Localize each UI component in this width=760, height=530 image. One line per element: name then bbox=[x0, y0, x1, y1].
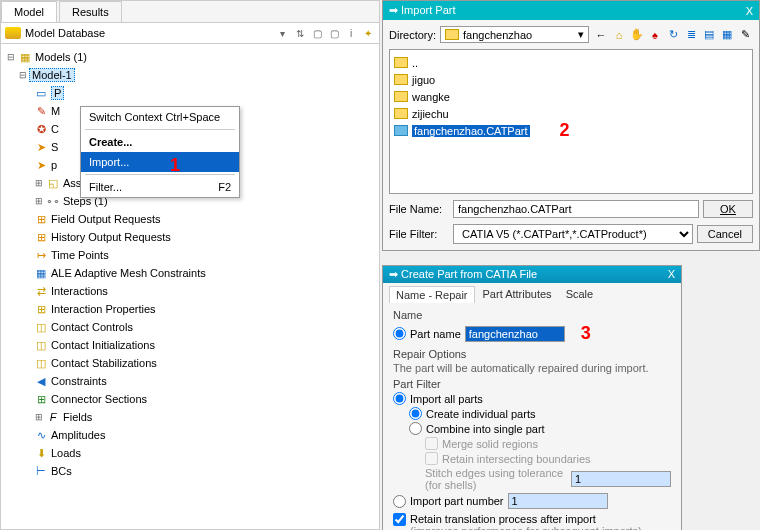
database-bar: Model Database ▾ ⇅ ▢ ▢ i ✦ bbox=[1, 23, 379, 44]
folder-icon bbox=[394, 91, 408, 102]
close-icon[interactable]: X bbox=[668, 268, 675, 281]
tree-interactions[interactable]: ⇄Interactions bbox=[5, 282, 375, 300]
database-select[interactable]: Model Database bbox=[25, 27, 275, 39]
stitch-tolerance-input[interactable] bbox=[571, 471, 671, 487]
tree-fields[interactable]: ⊞FFields bbox=[5, 408, 375, 426]
tree-models[interactable]: ⊟▦Models (1) bbox=[5, 48, 375, 66]
file-up[interactable]: .. bbox=[394, 54, 748, 71]
ok-button[interactable]: OK bbox=[703, 200, 753, 218]
details-icon[interactable]: ▤ bbox=[701, 27, 717, 43]
ctx-filter[interactable]: Filter...F2 bbox=[81, 177, 239, 197]
import-part-dialog: ➡ Import Part X Directory: fangchenzhao … bbox=[382, 0, 760, 251]
create-individual-radio[interactable] bbox=[409, 407, 422, 420]
tree-parts[interactable]: ▭P bbox=[5, 84, 375, 102]
ctx-create[interactable]: Create... bbox=[81, 132, 239, 152]
file-folder[interactable]: jiguo bbox=[394, 71, 748, 88]
import-dialog-title: ➡ Import Part X bbox=[383, 1, 759, 20]
part-name-input[interactable] bbox=[465, 326, 565, 342]
ctx-separator-2 bbox=[85, 174, 235, 175]
retain-boundaries-check bbox=[425, 452, 438, 465]
tree-ale[interactable]: ▦ALE Adaptive Mesh Constraints bbox=[5, 264, 375, 282]
cancel-button[interactable]: Cancel bbox=[697, 225, 753, 243]
work-icon[interactable]: ✋ bbox=[629, 27, 645, 43]
folder-icon bbox=[394, 108, 408, 119]
repair-description: The part will be automatically repaired … bbox=[393, 362, 671, 374]
import-number-radio[interactable] bbox=[393, 495, 406, 508]
stitch-label: Stitch edges using tolerance (for shells… bbox=[425, 467, 567, 491]
catpart-icon bbox=[394, 125, 408, 136]
new-icon[interactable]: ▢ bbox=[310, 26, 324, 40]
folder-icon bbox=[445, 29, 459, 40]
new-folder-icon[interactable]: ✎ bbox=[737, 27, 753, 43]
part-name-radio[interactable] bbox=[393, 327, 406, 340]
file-list[interactable]: .. jiguo wangke zijiechu fangchenzhao.CA… bbox=[389, 49, 753, 194]
ctx-import[interactable]: Import... bbox=[81, 152, 239, 172]
file-name-input[interactable] bbox=[453, 200, 699, 218]
tree-loads[interactable]: ⬇Loads bbox=[5, 444, 375, 462]
model-tree-panel: Model Results Model Database ▾ ⇅ ▢ ▢ i ✦… bbox=[0, 0, 380, 530]
file-folder[interactable]: zijiechu bbox=[394, 105, 748, 122]
grid-icon[interactable]: ▦ bbox=[719, 27, 735, 43]
repair-group-header: Repair Options bbox=[393, 348, 671, 360]
ctx-separator bbox=[85, 129, 235, 130]
tool-icon[interactable]: ♠ bbox=[647, 27, 663, 43]
home-icon[interactable]: ⌂ bbox=[611, 27, 627, 43]
panel-tabs: Model Results bbox=[1, 1, 379, 23]
ctx-switch-context[interactable]: Switch Context Ctrl+Space bbox=[81, 107, 239, 127]
name-group-header: Name bbox=[393, 309, 671, 321]
directory-label: Directory: bbox=[389, 29, 436, 41]
retain-translation-check[interactable] bbox=[393, 513, 406, 526]
dropdown-icon[interactable]: ▾ bbox=[275, 26, 289, 40]
list-icon[interactable]: ≣ bbox=[683, 27, 699, 43]
tree-contact-init[interactable]: ◫Contact Initializations bbox=[5, 336, 375, 354]
file-catpart[interactable]: fangchenzhao.CATPart2 bbox=[394, 122, 748, 139]
tab-part-attributes[interactable]: Part Attributes bbox=[477, 286, 558, 303]
folder-icon bbox=[394, 74, 408, 85]
file-filter-select[interactable]: CATIA V5 (*.CATPart*,*.CATProduct*) bbox=[453, 224, 693, 244]
tree-model1[interactable]: ⊟Model-1 bbox=[5, 66, 375, 84]
chevron-down-icon[interactable]: ▾ bbox=[578, 28, 584, 41]
create-individual-label: Create individual parts bbox=[426, 408, 535, 420]
tab-model[interactable]: Model bbox=[1, 1, 57, 22]
info-icon[interactable]: i bbox=[344, 26, 358, 40]
create-dialog-tabs: Name - Repair Part Attributes Scale bbox=[383, 283, 681, 303]
database-icon bbox=[5, 27, 21, 39]
import-number-label: Import part number bbox=[410, 495, 504, 507]
tree-history-output[interactable]: ⊞History Output Requests bbox=[5, 228, 375, 246]
bulb-icon[interactable]: ✦ bbox=[361, 26, 375, 40]
file-folder[interactable]: wangke bbox=[394, 88, 748, 105]
tree-field-output[interactable]: ⊞Field Output Requests bbox=[5, 210, 375, 228]
folder-icon bbox=[394, 57, 408, 68]
create-part-dialog: ➡ Create Part from CATIA File X Name - R… bbox=[382, 265, 682, 530]
tab-name-repair[interactable]: Name - Repair bbox=[389, 286, 475, 303]
db-toolbar: ⇅ ▢ ▢ i ✦ bbox=[293, 26, 375, 40]
import-all-radio[interactable] bbox=[393, 392, 406, 405]
directory-bar: Directory: fangchenzhao ▾ ← ⌂ ✋ ♠ ↻ ≣ ▤ … bbox=[389, 26, 753, 43]
new2-icon[interactable]: ▢ bbox=[327, 26, 341, 40]
prev-dir-icon[interactable]: ← bbox=[593, 27, 609, 43]
tree-constraints[interactable]: ◀Constraints bbox=[5, 372, 375, 390]
import-all-label: Import all parts bbox=[410, 393, 483, 405]
up-icon[interactable]: ↻ bbox=[665, 27, 681, 43]
retain-translation-sublabel: (improves performance for subsequent imp… bbox=[410, 525, 642, 530]
tree-interaction-props[interactable]: ⊞Interaction Properties bbox=[5, 300, 375, 318]
tree-time-points[interactable]: ↦Time Points bbox=[5, 246, 375, 264]
create-dialog-title: ➡ Create Part from CATIA File X bbox=[383, 266, 681, 283]
file-name-label: File Name: bbox=[389, 203, 449, 215]
tree-bcs[interactable]: ⊢BCs bbox=[5, 462, 375, 480]
tab-results[interactable]: Results bbox=[59, 1, 122, 22]
tree-connector-sections[interactable]: ⊞Connector Sections bbox=[5, 390, 375, 408]
close-icon[interactable]: X bbox=[746, 5, 753, 17]
tree-amplitudes[interactable]: ∿Amplitudes bbox=[5, 426, 375, 444]
annotation-1: 1 bbox=[170, 155, 180, 176]
updown-icon[interactable]: ⇅ bbox=[293, 26, 307, 40]
tree-contact-controls[interactable]: ◫Contact Controls bbox=[5, 318, 375, 336]
merge-solid-label: Merge solid regions bbox=[442, 438, 538, 450]
merge-solid-check bbox=[425, 437, 438, 450]
import-number-input[interactable] bbox=[508, 493, 608, 509]
directory-select[interactable]: fangchenzhao ▾ bbox=[440, 26, 589, 43]
tree-contact-stab[interactable]: ◫Contact Stabilizations bbox=[5, 354, 375, 372]
combine-radio[interactable] bbox=[409, 422, 422, 435]
tab-scale[interactable]: Scale bbox=[560, 286, 600, 303]
retain-translation-label: Retain translation process after import bbox=[410, 513, 642, 525]
